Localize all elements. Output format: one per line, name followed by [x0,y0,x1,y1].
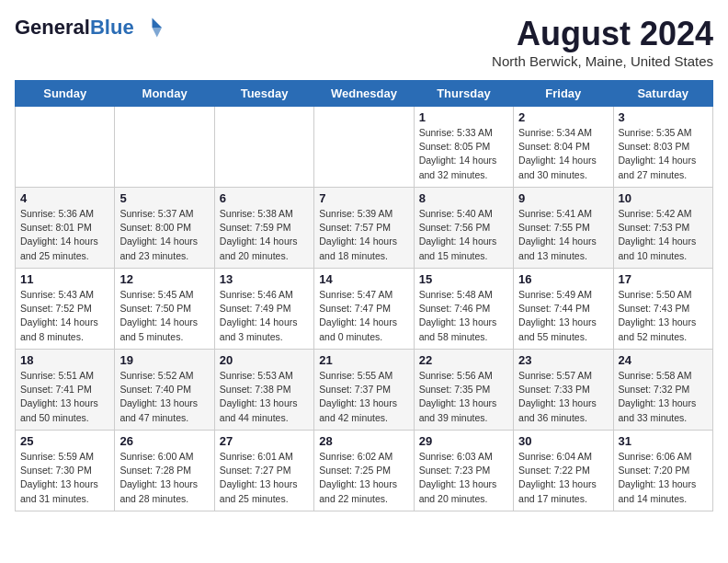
day-number: 26 [119,434,209,448]
day-number: 4 [20,191,109,205]
day-info: Sunrise: 5:51 AM Sunset: 7:41 PM Dayligh… [20,369,109,425]
day-number: 7 [319,191,408,205]
day-number: 12 [119,272,209,286]
day-number: 20 [220,353,309,367]
calendar-cell: 18Sunrise: 5:51 AM Sunset: 7:41 PM Dayli… [16,350,115,431]
day-number: 18 [20,353,109,367]
day-info: Sunrise: 6:02 AM Sunset: 7:25 PM Dayligh… [319,450,408,506]
day-info: Sunrise: 5:52 AM Sunset: 7:40 PM Dayligh… [119,369,209,425]
calendar-cell: 2Sunrise: 5:34 AM Sunset: 8:04 PM Daylig… [514,107,613,188]
day-number: 10 [619,191,708,205]
week-row-2: 4Sunrise: 5:36 AM Sunset: 8:01 PM Daylig… [16,188,713,269]
calendar-cell: 30Sunrise: 6:04 AM Sunset: 7:22 PM Dayli… [514,431,613,511]
day-info: Sunrise: 6:06 AM Sunset: 7:20 PM Dayligh… [619,450,708,506]
day-info: Sunrise: 5:45 AM Sunset: 7:50 PM Dayligh… [119,288,209,344]
day-number: 17 [619,272,708,286]
day-info: Sunrise: 5:55 AM Sunset: 7:37 PM Dayligh… [319,369,408,425]
day-number: 31 [619,434,708,448]
day-number: 5 [119,191,209,205]
calendar-cell: 22Sunrise: 5:56 AM Sunset: 7:35 PM Dayli… [414,350,513,431]
logo-icon [136,15,162,40]
day-number: 8 [419,191,508,205]
day-number: 13 [220,272,309,286]
day-number: 27 [220,434,309,448]
calendar-cell: 3Sunrise: 5:35 AM Sunset: 8:03 PM Daylig… [613,107,712,188]
day-number: 24 [619,353,708,367]
day-number: 1 [419,110,508,124]
day-number: 3 [619,110,708,124]
calendar-cell: 17Sunrise: 5:50 AM Sunset: 7:43 PM Dayli… [613,269,712,350]
day-info: Sunrise: 5:48 AM Sunset: 7:46 PM Dayligh… [419,288,508,344]
day-header-tuesday: Tuesday [214,81,313,107]
calendar-cell: 23Sunrise: 5:57 AM Sunset: 7:33 PM Dayli… [514,350,613,431]
day-info: Sunrise: 5:42 AM Sunset: 7:53 PM Dayligh… [619,207,708,263]
day-info: Sunrise: 5:57 AM Sunset: 7:33 PM Dayligh… [518,369,608,425]
day-number: 2 [518,110,608,124]
calendar-cell: 10Sunrise: 5:42 AM Sunset: 7:53 PM Dayli… [613,188,712,269]
day-info: Sunrise: 5:41 AM Sunset: 7:55 PM Dayligh… [518,207,608,263]
svg-marker-1 [152,28,162,38]
calendar-cell [214,107,313,188]
day-number: 22 [419,353,508,367]
day-number: 28 [319,434,408,448]
day-info: Sunrise: 6:04 AM Sunset: 7:22 PM Dayligh… [518,450,608,506]
calendar-cell [314,107,414,188]
calendar-cell: 7Sunrise: 5:39 AM Sunset: 7:57 PM Daylig… [314,188,414,269]
header-row: SundayMondayTuesdayWednesdayThursdayFrid… [16,81,713,107]
day-number: 25 [20,434,109,448]
day-info: Sunrise: 5:56 AM Sunset: 7:35 PM Dayligh… [419,369,508,425]
calendar-cell: 12Sunrise: 5:45 AM Sunset: 7:50 PM Dayli… [115,269,214,350]
calendar-cell [16,107,115,188]
day-info: Sunrise: 5:58 AM Sunset: 7:32 PM Dayligh… [619,369,708,425]
day-info: Sunrise: 5:47 AM Sunset: 7:47 PM Dayligh… [319,288,408,344]
calendar-cell: 8Sunrise: 5:40 AM Sunset: 7:56 PM Daylig… [414,188,513,269]
calendar-cell [115,107,214,188]
logo-text: GeneralBlue [15,17,134,39]
day-header-friday: Friday [514,81,613,107]
day-info: Sunrise: 5:35 AM Sunset: 8:03 PM Dayligh… [619,126,708,182]
calendar-cell: 26Sunrise: 6:00 AM Sunset: 7:28 PM Dayli… [115,431,214,511]
calendar-cell: 9Sunrise: 5:41 AM Sunset: 7:55 PM Daylig… [514,188,613,269]
day-info: Sunrise: 5:49 AM Sunset: 7:44 PM Dayligh… [518,288,608,344]
day-number: 9 [518,191,608,205]
week-row-1: 1Sunrise: 5:33 AM Sunset: 8:05 PM Daylig… [16,107,713,188]
day-info: Sunrise: 5:38 AM Sunset: 7:59 PM Dayligh… [220,207,309,263]
calendar-cell: 31Sunrise: 6:06 AM Sunset: 7:20 PM Dayli… [613,431,712,511]
page-header: GeneralBlue August 2024 North Berwick, M… [15,15,713,69]
day-info: Sunrise: 5:40 AM Sunset: 7:56 PM Dayligh… [419,207,508,263]
calendar-cell: 13Sunrise: 5:46 AM Sunset: 7:49 PM Dayli… [214,269,313,350]
week-row-4: 18Sunrise: 5:51 AM Sunset: 7:41 PM Dayli… [16,350,713,431]
main-title: August 2024 [492,15,713,53]
day-number: 23 [518,353,608,367]
week-row-5: 25Sunrise: 5:59 AM Sunset: 7:30 PM Dayli… [16,431,713,511]
day-info: Sunrise: 6:03 AM Sunset: 7:23 PM Dayligh… [419,450,508,506]
calendar-cell: 20Sunrise: 5:53 AM Sunset: 7:38 PM Dayli… [214,350,313,431]
day-header-thursday: Thursday [414,81,513,107]
calendar-cell: 24Sunrise: 5:58 AM Sunset: 7:32 PM Dayli… [613,350,712,431]
svg-marker-0 [152,18,162,29]
day-header-wednesday: Wednesday [314,81,414,107]
day-header-monday: Monday [115,81,214,107]
calendar-cell: 28Sunrise: 6:02 AM Sunset: 7:25 PM Dayli… [314,431,414,511]
day-number: 15 [419,272,508,286]
day-info: Sunrise: 6:01 AM Sunset: 7:27 PM Dayligh… [220,450,309,506]
calendar-cell: 4Sunrise: 5:36 AM Sunset: 8:01 PM Daylig… [16,188,115,269]
title-block: August 2024 North Berwick, Maine, United… [492,15,713,69]
calendar-cell: 19Sunrise: 5:52 AM Sunset: 7:40 PM Dayli… [115,350,214,431]
calendar-cell: 25Sunrise: 5:59 AM Sunset: 7:30 PM Dayli… [16,431,115,511]
day-info: Sunrise: 5:33 AM Sunset: 8:05 PM Dayligh… [419,126,508,182]
logo: GeneralBlue [15,15,162,40]
day-info: Sunrise: 5:46 AM Sunset: 7:49 PM Dayligh… [220,288,309,344]
week-row-3: 11Sunrise: 5:43 AM Sunset: 7:52 PM Dayli… [16,269,713,350]
day-info: Sunrise: 5:43 AM Sunset: 7:52 PM Dayligh… [20,288,109,344]
day-info: Sunrise: 5:37 AM Sunset: 8:00 PM Dayligh… [119,207,209,263]
day-info: Sunrise: 5:34 AM Sunset: 8:04 PM Dayligh… [518,126,608,182]
day-number: 16 [518,272,608,286]
day-number: 29 [419,434,508,448]
day-number: 30 [518,434,608,448]
day-info: Sunrise: 5:39 AM Sunset: 7:57 PM Dayligh… [319,207,408,263]
calendar-table: SundayMondayTuesdayWednesdayThursdayFrid… [15,80,713,511]
calendar-cell: 21Sunrise: 5:55 AM Sunset: 7:37 PM Dayli… [314,350,414,431]
calendar-cell: 14Sunrise: 5:47 AM Sunset: 7:47 PM Dayli… [314,269,414,350]
day-info: Sunrise: 5:53 AM Sunset: 7:38 PM Dayligh… [220,369,309,425]
